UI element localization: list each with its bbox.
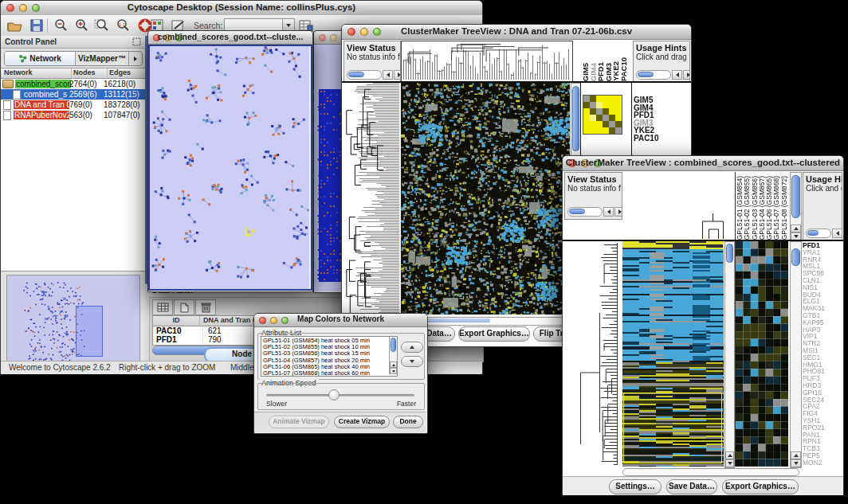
tv2-hints-scrollbar[interactable]	[806, 229, 842, 238]
tv2-usage-hint: Click and drag to	[806, 184, 842, 193]
search-input[interactable]	[224, 18, 285, 31]
tab-overflow-arrow[interactable]	[129, 52, 142, 65]
minimize-button[interactable]	[330, 34, 337, 41]
tv2-global-heatmap[interactable]	[622, 241, 724, 467]
tv1-array-dendrogram[interactable]	[401, 41, 573, 82]
open-session-button[interactable]	[6, 18, 23, 33]
new-attribute-button[interactable]	[174, 299, 194, 315]
tv1-vscroll-thumb[interactable]	[572, 86, 579, 151]
tv1-global-heatmap[interactable]	[401, 83, 570, 315]
tv2-top-scroll-thumb[interactable]	[791, 175, 800, 218]
export-graphics-button[interactable]: Export Graphics…	[458, 326, 530, 342]
tv2-gene-dendrogram[interactable]	[564, 241, 621, 467]
attr-scroll-thumb[interactable]	[391, 338, 396, 352]
network-view-window-1: combined_scores_good.txt--cluste...	[147, 30, 313, 292]
network-list-row[interactable]: DNA and Tran 07769(0)183728(0)	[1, 100, 145, 110]
move-down-button[interactable]	[401, 356, 423, 367]
scroll-left-button[interactable]	[383, 70, 393, 80]
zoom-in-button[interactable]	[73, 18, 90, 33]
tv1-hints-scrollbar[interactable]	[636, 70, 690, 80]
tv2-vscrollbar2[interactable]	[790, 241, 802, 468]
scroll-down-button[interactable]	[390, 368, 397, 374]
scroll-right-button[interactable]	[614, 207, 622, 217]
tv2-scroll2-thumb[interactable]	[791, 248, 800, 266]
scroll-left-button[interactable]	[603, 207, 614, 217]
control-panel-header: Control Panel	[1, 36, 145, 49]
network-overview-canvas[interactable]	[7, 275, 138, 365]
main-titlebar[interactable]: Cytoscape Desktop (Session Name: collins…	[1, 1, 482, 16]
done-button[interactable]: Done	[393, 416, 423, 428]
zoom-cell	[615, 102, 622, 108]
speed-slider-track[interactable]	[266, 394, 414, 397]
animate-vizmap-button[interactable]: Animate Vizmap	[269, 416, 329, 428]
array-label: YKE2	[611, 61, 619, 81]
speed-slider-thumb[interactable]	[328, 389, 340, 400]
scroll-right-button[interactable]	[394, 70, 401, 80]
array-label: PFD1	[596, 62, 604, 81]
scroll-right-button[interactable]	[683, 70, 690, 80]
network1-titlebar[interactable]: combined_scores_good.txt--cluste...	[148, 31, 312, 45]
trash-icon	[201, 302, 211, 313]
save-data-button[interactable]: Save Data…	[666, 479, 717, 494]
attribute-select-button[interactable]	[152, 299, 173, 315]
tv2-status-scrollbar[interactable]	[567, 207, 622, 217]
create-vizmap-button[interactable]: Create Vizmap	[334, 416, 390, 428]
attribute-list-scrollbar[interactable]	[389, 337, 397, 374]
tab-network[interactable]: Network	[5, 52, 76, 65]
zoom-cell	[609, 127, 615, 134]
tv2-button-bar: Settings…Save Data…Export Graphics…	[563, 476, 843, 495]
scroll-left-button[interactable]	[832, 229, 842, 238]
attribute-items: GPL51-01 (GSM854) heat shock 05 minGPL51…	[261, 337, 397, 377]
zoom-cell	[603, 102, 609, 108]
scroll-down-button[interactable]	[791, 459, 801, 467]
network-list: Network Nodes Edges combined_scores2764(…	[1, 68, 145, 272]
treeview1-titlebar[interactable]: ClusterMaker TreeView : DNA and Tran 07-…	[342, 25, 691, 40]
treeview2-titlebar[interactable]: ClusterMaker TreeView : combined_scores_…	[563, 156, 843, 171]
save-session-button[interactable]	[28, 18, 45, 33]
delete-attribute-button[interactable]	[195, 299, 216, 315]
tv2-zoom-heatmap[interactable]	[735, 241, 789, 467]
network-list-row[interactable]: combined_scores2764(0)16218(0)	[1, 79, 145, 89]
tv2-top-vscrollbar[interactable]	[790, 172, 802, 241]
zoom-cell	[590, 121, 596, 127]
faster-label: Faster	[397, 400, 416, 408]
zoom-out-button[interactable]	[52, 18, 69, 33]
scroll-down-button[interactable]	[725, 459, 734, 467]
export-graphics-button[interactable]: Export Graphics…	[722, 479, 799, 494]
move-up-button[interactable]	[401, 342, 423, 353]
settings-button[interactable]: Settings…	[609, 479, 662, 494]
zoom-selected-button[interactable]	[93, 18, 111, 33]
tv2-vscrollbar1[interactable]	[724, 241, 735, 468]
array-label: GPL51-01 (GSM854)	[736, 176, 743, 240]
scroll-up-button[interactable]	[791, 225, 801, 232]
zoom-fit-button[interactable]: 1:1	[114, 18, 132, 33]
network-view-1-canvas[interactable]	[150, 46, 309, 289]
tv1-status-scrollbar[interactable]	[347, 70, 401, 80]
tv1-zoom-heatmap[interactable]	[583, 95, 622, 135]
scroll-up-button[interactable]	[791, 451, 801, 459]
zoom-cell	[609, 115, 615, 121]
attr-col-id: ID	[153, 316, 200, 326]
tv2-scroll-thumb[interactable]	[726, 244, 733, 263]
network-name: RNAPuberNov2+	[14, 111, 69, 119]
attribute-item[interactable]: GPL51-07 (GSM868) heat shock 60 min	[263, 370, 395, 377]
network-nodes: 563(0)	[69, 111, 92, 119]
network-list-row[interactable]: combined_sco2569(6)13112(15)	[1, 89, 145, 100]
network-overview-panel[interactable]	[6, 275, 140, 367]
close-button[interactable]	[319, 34, 326, 41]
network-list-row[interactable]: RNAPuberNov2+563(0)107847(0)	[1, 110, 145, 120]
scroll-up-button[interactable]	[725, 451, 734, 459]
tv1-gene-dendrogram[interactable]	[344, 83, 399, 315]
tv2-hscrollbar[interactable]	[622, 468, 799, 476]
col-network: Network	[1, 68, 72, 78]
attribute-listbox[interactable]: GPL51-01 (GSM854) heat shock 05 minGPL51…	[261, 336, 398, 377]
tv1-view-status-info: No status info f	[347, 53, 400, 61]
status-welcome: Welcome to Cytoscape 2.6.2	[9, 363, 111, 372]
zoom-cell	[583, 127, 590, 134]
tv2-array-dendrogram[interactable]	[622, 172, 733, 240]
float-panel-icon[interactable]	[132, 37, 141, 46]
tab-vizmapper[interactable]: VizMapper™	[76, 52, 129, 65]
scroll-up-button[interactable]	[390, 361, 397, 368]
scroll-left-button[interactable]	[672, 70, 682, 80]
dialog-titlebar[interactable]: Map Colors to Network	[254, 314, 427, 327]
